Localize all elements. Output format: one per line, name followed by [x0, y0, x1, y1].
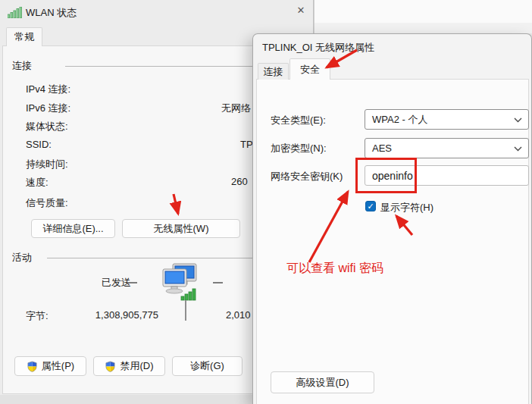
disable-button-label: 禁用(D) — [120, 359, 153, 373]
properties-button[interactable]: 属性(P) — [14, 356, 86, 376]
row-value-speed: 260 — [231, 176, 248, 187]
encryption-type-value: AES — [372, 142, 392, 154]
row-label-signal-quality: 信号质量: — [26, 196, 68, 210]
activity-section-heading: 活动 — [12, 251, 32, 265]
bytes-divider — [185, 300, 186, 321]
row-label-ssid: SSID: — [26, 139, 52, 150]
window-title: WLAN 状态 — [26, 6, 77, 20]
row-label-duration: 持续时间: — [26, 158, 68, 171]
row-label-ipv6: IPv6 连接: — [26, 102, 70, 115]
row-value-ssid: TP — [240, 139, 253, 150]
row-label-media: 媒体状态: — [26, 120, 68, 133]
row-label-speed: 速度: — [26, 176, 49, 189]
dialog-title: TPLINK_OI 无线网络属性 — [262, 41, 374, 55]
bytes-received-value: 2,010 — [226, 309, 251, 321]
encryption-type-select[interactable]: AES — [365, 138, 529, 158]
uac-shield-icon — [105, 361, 116, 372]
close-icon[interactable]: ✕ — [291, 2, 311, 20]
diagnose-button-label: 诊断(G) — [190, 359, 224, 373]
encryption-type-label: 加密类型(N): — [271, 142, 327, 155]
show-characters-checkbox[interactable]: ✓ — [365, 201, 376, 211]
chevron-down-icon — [514, 117, 522, 123]
security-type-label: 安全类型(E): — [271, 114, 326, 127]
disable-button[interactable]: 禁用(D) — [93, 356, 165, 376]
checkmark-icon: ✓ — [367, 202, 374, 211]
bytes-sent-value: 1,308,905,775 — [75, 309, 158, 321]
tab-connection[interactable]: 连接 — [258, 63, 289, 80]
screenshot-root: WLAN 状态 ✕ 常规 连接 IPv4 连接: IPv6 连接: 无网络 媒体… — [0, 0, 532, 404]
row-value-ipv6: 无网络 — [221, 102, 251, 115]
advanced-settings-button[interactable]: 高级设置(D) — [271, 371, 374, 393]
diagnose-button[interactable]: 诊断(G) — [172, 356, 243, 376]
wlan-signal-icon — [8, 7, 22, 18]
details-button[interactable]: 详细信息(E)... — [31, 219, 115, 238]
security-type-select[interactable]: WPA2 - 个人 — [365, 109, 529, 130]
wireless-properties-button[interactable]: 无线属性(W) — [122, 219, 240, 238]
bytes-label: 字节: — [26, 309, 49, 323]
dash-right — [213, 282, 223, 283]
security-type-value: WPA2 - 个人 — [372, 114, 427, 125]
network-activity-icon — [158, 263, 199, 301]
background-window — [314, 0, 532, 33]
show-characters-label: 显示字符(H) — [380, 201, 433, 215]
wlan-titlebar: WLAN 状态 ✕ — [0, 0, 313, 24]
wireless-properties-dialog: TPLINK_OI 无线网络属性 连接 安全 安全类型(E): WPA2 - 个… — [252, 33, 532, 404]
tab-security[interactable]: 安全 — [289, 58, 330, 80]
row-label-ipv4: IPv4 连接: — [26, 83, 70, 96]
chevron-down-icon — [514, 146, 522, 152]
background-window-strip — [315, 23, 532, 33]
security-tab-page: 安全类型(E): WPA2 - 个人 加密类型(N): AES 网络安全密钥(K… — [256, 79, 529, 404]
tab-general[interactable]: 常规 — [6, 27, 42, 46]
properties-button-label: 属性(P) — [42, 359, 74, 373]
uac-shield-icon — [27, 361, 38, 372]
network-key-input[interactable] — [365, 165, 529, 186]
dash-left — [127, 282, 137, 283]
connection-section-heading: 连接 — [12, 59, 32, 73]
network-key-label: 网络安全密钥(K) — [271, 170, 343, 183]
